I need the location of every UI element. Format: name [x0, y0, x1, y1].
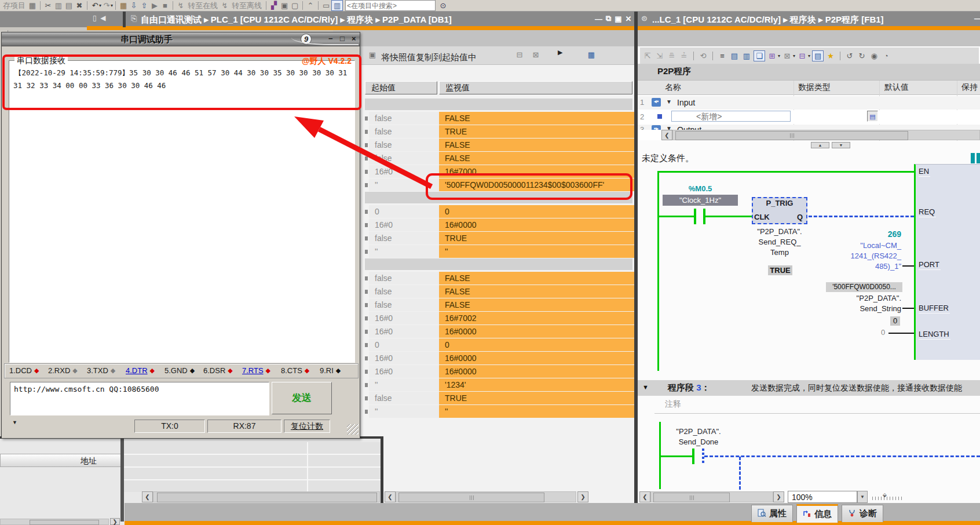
send-input[interactable]: http://www.cmsoft.cn QQ:10865600 — [10, 382, 269, 415]
middle-window-title[interactable]: 自由口通讯测试 ▸ PLC_1 [CPU 1212C AC/DC/Rly] ▸ … — [141, 14, 593, 25]
dropdown-caret-icon[interactable]: ▾ — [111, 3, 113, 8]
collapse-ui-icon[interactable]: ⌃ — [305, 1, 316, 10]
new-member-input[interactable] — [671, 111, 791, 122]
start-value-cell[interactable]: '' — [369, 405, 443, 418]
monitoring-icon[interactable]: ◔ — [881, 51, 891, 61]
cut-icon[interactable]: ✂ — [43, 1, 53, 10]
serial-minimize-icon[interactable]: − — [328, 34, 333, 43]
splitter-down-button[interactable]: ▼ — [832, 142, 850, 148]
monitor-value-cell[interactable]: 16#7002 — [439, 312, 638, 325]
monitor-value-cell[interactable]: 0 — [439, 205, 638, 218]
iface-scrollbar[interactable] — [672, 130, 980, 140]
dropdown-caret-icon[interactable]: ▾ — [808, 53, 810, 59]
go-offline-label[interactable]: 转至离线 — [232, 1, 262, 11]
monitor-value-cell[interactable]: FALSE — [439, 285, 638, 298]
copy-snapshot-label[interactable]: 将快照值复制到起始值中 — [381, 52, 477, 63]
start-value-cell[interactable]: 16#0 — [369, 165, 443, 178]
reset-start-values-icon[interactable]: ⟲ — [698, 51, 708, 61]
watch-scroll-thumb[interactable] — [398, 493, 544, 502]
save-project-label[interactable]: 存项目 — [3, 1, 25, 11]
start-value-cell[interactable]: false — [369, 232, 443, 245]
iface-row-label[interactable]: Input — [677, 98, 695, 107]
comment-placeholder[interactable]: 注释 — [665, 399, 681, 410]
send-options-expander[interactable]: ▼ — [12, 420, 17, 425]
start-value-cell[interactable]: '' — [369, 245, 443, 258]
toolbar-expand-icon[interactable]: ▶ — [558, 49, 562, 56]
monitor-value-cell[interactable]: 16#0000 — [439, 325, 638, 338]
restore-icon[interactable]: ⧉ — [606, 14, 611, 23]
start-value-cell[interactable]: false — [369, 125, 443, 138]
download-icon[interactable]: ⇩ — [129, 1, 139, 10]
expander-icon[interactable]: ▼ — [666, 99, 672, 105]
watch-table-icon[interactable]: ▦ — [586, 50, 597, 60]
start-value-cell[interactable]: '' — [369, 378, 443, 391]
save-icon[interactable]: ▦ — [27, 1, 38, 10]
add-network-icon[interactable]: ≞ — [667, 51, 677, 61]
signal-indicator[interactable]: 7.RTS◆ — [242, 366, 270, 375]
dropdown-caret-icon[interactable]: ▾ — [793, 53, 795, 59]
start-value-cell[interactable]: 16#0 — [369, 218, 443, 231]
zoom-level-combo[interactable]: 100% — [788, 491, 857, 503]
restore-window-icon[interactable]: ▣ — [279, 1, 290, 10]
right-minimize-icon[interactable]: — — [974, 14, 980, 23]
monitor-value-cell[interactable]: FALSE — [439, 152, 638, 165]
signal-indicator[interactable]: 4.DTR◆ — [126, 366, 155, 375]
monitor-value-cell[interactable]: '' — [439, 245, 638, 258]
bl-scroll-thumb[interactable] — [157, 493, 377, 502]
upload-icon[interactable]: ⇧ — [139, 1, 149, 10]
start-value-cell[interactable]: 0 — [369, 338, 443, 351]
compile-icon[interactable]: ▦ — [118, 1, 129, 10]
network-collapse-icon[interactable]: ▼ — [642, 384, 649, 391]
start-cpu-icon[interactable]: ▶ — [149, 1, 160, 10]
start-value-cell[interactable]: false — [369, 285, 443, 298]
collapse-networks-icon[interactable]: ▥ — [741, 51, 752, 61]
monitor-value-cell[interactable]: TRUE — [439, 392, 638, 404]
monitor-value-column-header[interactable]: 监视值 — [439, 81, 632, 94]
signal-label[interactable]: 7.RTS — [242, 366, 264, 375]
network3-description[interactable]: 发送数据完成，同时复位发送数据使能，接通接收数据使能 — [751, 383, 962, 393]
zoom-dropdown-button[interactable]: ▼ — [857, 491, 868, 503]
resize-grip[interactable] — [347, 424, 359, 435]
buffer-operand-line[interactable]: "P2P_DATA". — [834, 293, 901, 304]
start-value-column-header[interactable]: 起始值 — [365, 81, 437, 94]
start-value-cell[interactable]: false — [369, 272, 443, 285]
minimize-icon[interactable]: — — [595, 14, 602, 23]
monitor-value-cell[interactable]: '500FFQW0D005000011234$00$003600FF' — [439, 178, 638, 191]
start-value-cell[interactable]: false — [369, 392, 443, 404]
reset-counter-link[interactable]: 复位计数 — [284, 420, 330, 433]
maximize-icon[interactable]: ▣ — [615, 14, 621, 23]
monitor-value-cell[interactable]: FALSE — [439, 138, 638, 151]
done-operand-line[interactable]: Send_Done — [666, 437, 731, 447]
stop-cpu-rt-icon[interactable]: ■ — [160, 1, 170, 10]
go-online-label[interactable]: 转至在线 — [188, 1, 218, 11]
start-value-cell[interactable]: false — [369, 138, 443, 151]
splitter-up-button[interactable]: ▲ — [811, 142, 829, 148]
iface-scroll-left-button[interactable]: ❮ — [661, 130, 672, 140]
maximize-window-icon[interactable]: ▢ — [290, 1, 300, 10]
tab-info[interactable]: 信息 — [796, 504, 838, 523]
iface-row-output[interactable]: 3 ▪▸ ▼ Output — [638, 125, 980, 130]
monitor-value-cell[interactable]: 0 — [439, 338, 638, 351]
favorites-star-icon[interactable]: ★ — [825, 51, 836, 61]
trig-operand-line[interactable]: Send_REQ_ — [745, 237, 814, 247]
start-value-cell[interactable]: 16#0 — [369, 312, 443, 325]
load-start-values-icon[interactable]: ⊟ — [514, 50, 525, 60]
dropdown-caret-icon[interactable]: ▾ — [778, 53, 780, 59]
bl-scroll-left-button[interactable]: ❮ — [142, 491, 153, 502]
receive-area[interactable] — [9, 60, 355, 363]
hw-name-line[interactable]: 1241_(RS422_ — [834, 251, 901, 261]
zoom-slider[interactable]: ⬙ — [872, 494, 904, 500]
scrap-scroll-right-button[interactable]: ❯ — [110, 518, 120, 525]
absolute-operands-icon[interactable]: ⊞ — [767, 51, 777, 61]
favorites-view-icon[interactable]: ▤ — [812, 50, 824, 61]
start-value-cell[interactable]: false — [369, 112, 443, 125]
col-name[interactable]: 名称 — [665, 81, 681, 94]
contact-address[interactable]: %M0.5 — [663, 184, 738, 193]
send-button[interactable]: 发送 — [272, 382, 332, 414]
delete-network-icon[interactable]: ≟ — [679, 51, 689, 61]
monitor-value-cell[interactable]: FALSE — [439, 272, 638, 285]
contact-operand[interactable]: "Clock_1Hz" — [663, 195, 738, 206]
signal-label[interactable]: 4.DTR — [126, 366, 148, 375]
start-value-cell[interactable]: 16#0 — [369, 325, 443, 338]
watch-scrollbar[interactable] — [396, 491, 576, 502]
